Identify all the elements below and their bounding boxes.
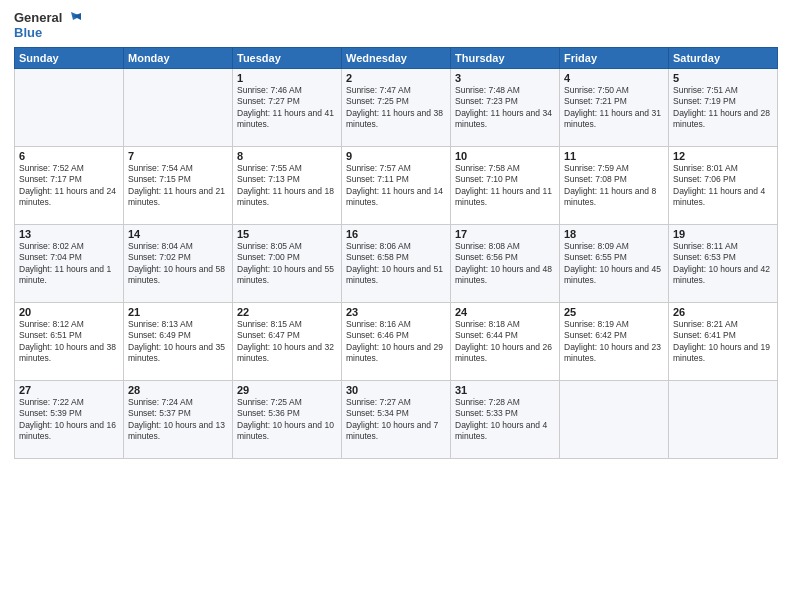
day-cell — [669, 380, 778, 458]
week-row-5: 27Sunrise: 7:22 AM Sunset: 5:39 PM Dayli… — [15, 380, 778, 458]
day-number: 17 — [455, 228, 555, 240]
day-info: Sunrise: 8:16 AM Sunset: 6:46 PM Dayligh… — [346, 319, 446, 365]
day-info: Sunrise: 7:25 AM Sunset: 5:36 PM Dayligh… — [237, 397, 337, 443]
day-number: 16 — [346, 228, 446, 240]
day-cell: 2Sunrise: 7:47 AM Sunset: 7:25 PM Daylig… — [342, 68, 451, 146]
header-cell-monday: Monday — [124, 47, 233, 68]
day-info: Sunrise: 7:52 AM Sunset: 7:17 PM Dayligh… — [19, 163, 119, 209]
week-row-1: 1Sunrise: 7:46 AM Sunset: 7:27 PM Daylig… — [15, 68, 778, 146]
header-row: SundayMondayTuesdayWednesdayThursdayFrid… — [15, 47, 778, 68]
header-cell-sunday: Sunday — [15, 47, 124, 68]
day-number: 31 — [455, 384, 555, 396]
header-cell-tuesday: Tuesday — [233, 47, 342, 68]
day-cell: 29Sunrise: 7:25 AM Sunset: 5:36 PM Dayli… — [233, 380, 342, 458]
day-info: Sunrise: 8:05 AM Sunset: 7:00 PM Dayligh… — [237, 241, 337, 287]
day-info: Sunrise: 8:04 AM Sunset: 7:02 PM Dayligh… — [128, 241, 228, 287]
day-cell: 27Sunrise: 7:22 AM Sunset: 5:39 PM Dayli… — [15, 380, 124, 458]
day-number: 11 — [564, 150, 664, 162]
day-info: Sunrise: 8:21 AM Sunset: 6:41 PM Dayligh… — [673, 319, 773, 365]
day-info: Sunrise: 7:59 AM Sunset: 7:08 PM Dayligh… — [564, 163, 664, 209]
day-info: Sunrise: 7:48 AM Sunset: 7:23 PM Dayligh… — [455, 85, 555, 131]
day-cell: 30Sunrise: 7:27 AM Sunset: 5:34 PM Dayli… — [342, 380, 451, 458]
day-cell: 10Sunrise: 7:58 AM Sunset: 7:10 PM Dayli… — [451, 146, 560, 224]
day-cell: 16Sunrise: 8:06 AM Sunset: 6:58 PM Dayli… — [342, 224, 451, 302]
day-info: Sunrise: 8:19 AM Sunset: 6:42 PM Dayligh… — [564, 319, 664, 365]
header-cell-wednesday: Wednesday — [342, 47, 451, 68]
logo-container: General Blue — [14, 10, 81, 41]
day-cell: 26Sunrise: 8:21 AM Sunset: 6:41 PM Dayli… — [669, 302, 778, 380]
day-cell: 9Sunrise: 7:57 AM Sunset: 7:11 PM Daylig… — [342, 146, 451, 224]
day-cell: 6Sunrise: 7:52 AM Sunset: 7:17 PM Daylig… — [15, 146, 124, 224]
day-info: Sunrise: 7:28 AM Sunset: 5:33 PM Dayligh… — [455, 397, 555, 443]
day-info: Sunrise: 8:18 AM Sunset: 6:44 PM Dayligh… — [455, 319, 555, 365]
day-cell: 22Sunrise: 8:15 AM Sunset: 6:47 PM Dayli… — [233, 302, 342, 380]
logo-general: General — [14, 11, 62, 26]
day-info: Sunrise: 7:54 AM Sunset: 7:15 PM Dayligh… — [128, 163, 228, 209]
day-info: Sunrise: 7:27 AM Sunset: 5:34 PM Dayligh… — [346, 397, 446, 443]
day-info: Sunrise: 8:08 AM Sunset: 6:56 PM Dayligh… — [455, 241, 555, 287]
logo: General Blue — [14, 10, 81, 41]
day-number: 22 — [237, 306, 337, 318]
week-row-3: 13Sunrise: 8:02 AM Sunset: 7:04 PM Dayli… — [15, 224, 778, 302]
day-number: 10 — [455, 150, 555, 162]
day-info: Sunrise: 7:46 AM Sunset: 7:27 PM Dayligh… — [237, 85, 337, 131]
day-number: 30 — [346, 384, 446, 396]
week-row-4: 20Sunrise: 8:12 AM Sunset: 6:51 PM Dayli… — [15, 302, 778, 380]
day-cell: 19Sunrise: 8:11 AM Sunset: 6:53 PM Dayli… — [669, 224, 778, 302]
day-info: Sunrise: 7:57 AM Sunset: 7:11 PM Dayligh… — [346, 163, 446, 209]
day-info: Sunrise: 7:47 AM Sunset: 7:25 PM Dayligh… — [346, 85, 446, 131]
day-number: 2 — [346, 72, 446, 84]
day-info: Sunrise: 7:22 AM Sunset: 5:39 PM Dayligh… — [19, 397, 119, 443]
day-cell: 13Sunrise: 8:02 AM Sunset: 7:04 PM Dayli… — [15, 224, 124, 302]
day-number: 26 — [673, 306, 773, 318]
day-number: 27 — [19, 384, 119, 396]
logo-blue: Blue — [14, 26, 42, 41]
day-cell: 17Sunrise: 8:08 AM Sunset: 6:56 PM Dayli… — [451, 224, 560, 302]
day-info: Sunrise: 8:13 AM Sunset: 6:49 PM Dayligh… — [128, 319, 228, 365]
header-cell-thursday: Thursday — [451, 47, 560, 68]
day-info: Sunrise: 7:51 AM Sunset: 7:19 PM Dayligh… — [673, 85, 773, 131]
day-cell — [560, 380, 669, 458]
day-number: 29 — [237, 384, 337, 396]
header-cell-saturday: Saturday — [669, 47, 778, 68]
day-info: Sunrise: 8:06 AM Sunset: 6:58 PM Dayligh… — [346, 241, 446, 287]
day-info: Sunrise: 7:24 AM Sunset: 5:37 PM Dayligh… — [128, 397, 228, 443]
logo-bird-icon — [63, 10, 81, 26]
day-cell: 18Sunrise: 8:09 AM Sunset: 6:55 PM Dayli… — [560, 224, 669, 302]
day-cell — [124, 68, 233, 146]
day-number: 20 — [19, 306, 119, 318]
day-info: Sunrise: 8:12 AM Sunset: 6:51 PM Dayligh… — [19, 319, 119, 365]
day-cell: 15Sunrise: 8:05 AM Sunset: 7:00 PM Dayli… — [233, 224, 342, 302]
week-row-2: 6Sunrise: 7:52 AM Sunset: 7:17 PM Daylig… — [15, 146, 778, 224]
calendar-table: SundayMondayTuesdayWednesdayThursdayFrid… — [14, 47, 778, 459]
day-info: Sunrise: 8:09 AM Sunset: 6:55 PM Dayligh… — [564, 241, 664, 287]
day-cell: 8Sunrise: 7:55 AM Sunset: 7:13 PM Daylig… — [233, 146, 342, 224]
day-number: 8 — [237, 150, 337, 162]
day-cell: 14Sunrise: 8:04 AM Sunset: 7:02 PM Dayli… — [124, 224, 233, 302]
day-number: 7 — [128, 150, 228, 162]
header-cell-friday: Friday — [560, 47, 669, 68]
day-info: Sunrise: 8:15 AM Sunset: 6:47 PM Dayligh… — [237, 319, 337, 365]
header: General Blue — [14, 10, 778, 41]
day-number: 9 — [346, 150, 446, 162]
day-cell: 20Sunrise: 8:12 AM Sunset: 6:51 PM Dayli… — [15, 302, 124, 380]
day-cell: 3Sunrise: 7:48 AM Sunset: 7:23 PM Daylig… — [451, 68, 560, 146]
day-info: Sunrise: 8:02 AM Sunset: 7:04 PM Dayligh… — [19, 241, 119, 287]
day-cell: 23Sunrise: 8:16 AM Sunset: 6:46 PM Dayli… — [342, 302, 451, 380]
day-cell: 25Sunrise: 8:19 AM Sunset: 6:42 PM Dayli… — [560, 302, 669, 380]
day-cell: 7Sunrise: 7:54 AM Sunset: 7:15 PM Daylig… — [124, 146, 233, 224]
day-info: Sunrise: 7:58 AM Sunset: 7:10 PM Dayligh… — [455, 163, 555, 209]
day-cell: 21Sunrise: 8:13 AM Sunset: 6:49 PM Dayli… — [124, 302, 233, 380]
day-cell — [15, 68, 124, 146]
day-info: Sunrise: 8:11 AM Sunset: 6:53 PM Dayligh… — [673, 241, 773, 287]
day-number: 18 — [564, 228, 664, 240]
day-number: 5 — [673, 72, 773, 84]
day-number: 28 — [128, 384, 228, 396]
day-number: 15 — [237, 228, 337, 240]
day-number: 21 — [128, 306, 228, 318]
day-number: 19 — [673, 228, 773, 240]
day-number: 14 — [128, 228, 228, 240]
day-number: 25 — [564, 306, 664, 318]
day-number: 4 — [564, 72, 664, 84]
day-cell: 12Sunrise: 8:01 AM Sunset: 7:06 PM Dayli… — [669, 146, 778, 224]
